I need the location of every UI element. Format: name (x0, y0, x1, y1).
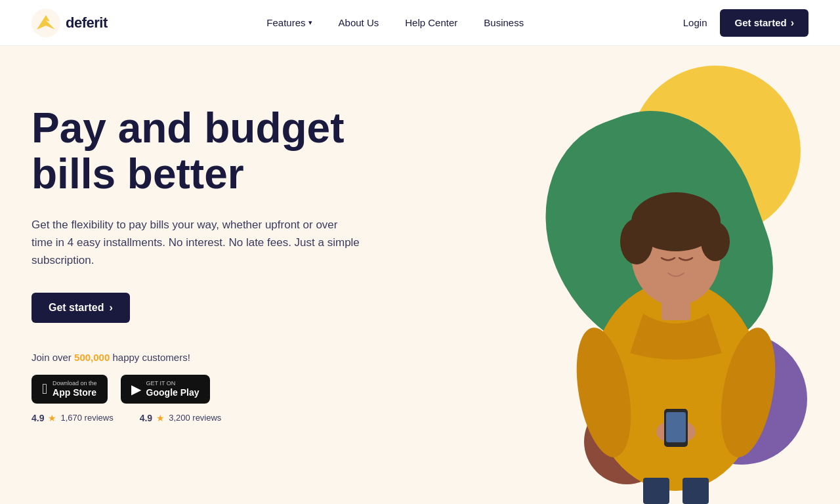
svg-point-6 (620, 219, 653, 264)
svg-point-7 (701, 222, 730, 261)
customers-text: Join over 500,000 happy customers! (32, 352, 360, 363)
person-svg (551, 110, 801, 504)
chevron-down-icon: ▾ (308, 18, 312, 27)
login-link[interactable]: Login (683, 17, 707, 28)
hero-person-image (551, 110, 801, 504)
nav-links: Features ▾ About Us Help Center Business (266, 17, 524, 28)
google-play-rating: 4.9 ★ 3,200 reviews (140, 413, 222, 423)
nav-features[interactable]: Features ▾ (266, 17, 312, 28)
star-icon: ★ (156, 413, 165, 423)
star-icon: ★ (48, 413, 56, 423)
nav-help[interactable]: Help Center (405, 17, 457, 28)
svg-rect-12 (666, 412, 686, 442)
google-play-badge[interactable]: ▶ GET IT ON Google Play (121, 375, 210, 404)
hero-get-started-button[interactable]: Get started › (32, 293, 130, 323)
hero-section: Pay and budget bills better Get the flex… (0, 46, 840, 504)
logo[interactable]: deferit (32, 9, 108, 37)
hero-content: Pay and budget bills better Get the flex… (32, 85, 360, 423)
logo-text: deferit (66, 14, 108, 32)
nav-get-started-button[interactable]: Get started › (720, 9, 808, 37)
app-store-badge[interactable]:  Download on the App Store (32, 375, 108, 404)
svg-rect-14 (682, 478, 709, 504)
nav-about[interactable]: About Us (339, 17, 379, 28)
nav-actions: Login Get started › (683, 9, 808, 37)
app-store-rating: 4.9 ★ 1,670 reviews (32, 413, 114, 423)
store-badges:  Download on the App Store ▶ GET IT ON … (32, 375, 360, 404)
logo-icon (32, 9, 60, 37)
arrow-icon: › (109, 302, 112, 314)
hero-description: Get the flexibility to pay bills your wa… (32, 216, 360, 270)
hero-visual (472, 46, 840, 504)
google-play-icon: ▶ (131, 381, 141, 397)
store-ratings: 4.9 ★ 1,670 reviews 4.9 ★ 3,200 reviews (32, 413, 360, 423)
navbar: deferit Features ▾ About Us Help Center … (0, 0, 840, 46)
nav-business[interactable]: Business (484, 17, 524, 28)
apple-icon:  (42, 381, 47, 398)
arrow-icon: › (791, 17, 794, 29)
app-store-text: Download on the App Store (52, 380, 97, 398)
hero-title: Pay and budget bills better (32, 105, 360, 198)
svg-rect-13 (643, 478, 669, 504)
google-play-text: GET IT ON Google Play (146, 380, 200, 398)
